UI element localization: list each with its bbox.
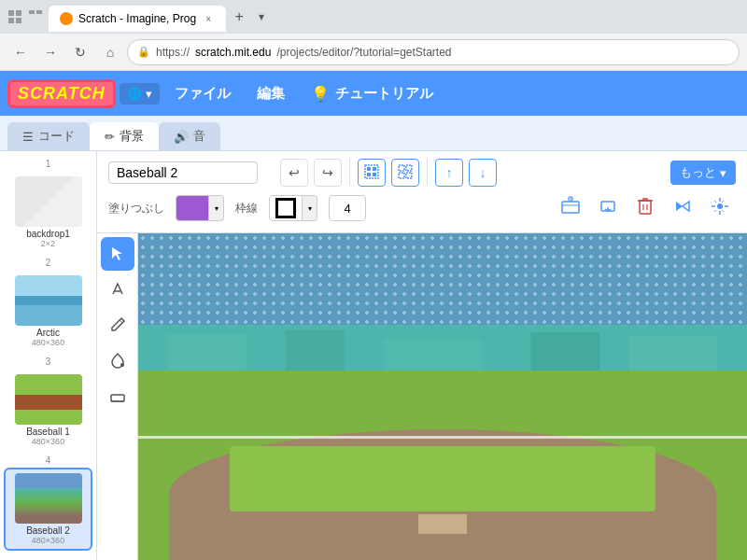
delete-button[interactable] [629, 194, 661, 222]
browser-window-icon [7, 9, 22, 24]
send-backward-button[interactable]: ↓ [469, 159, 497, 187]
backdrop-tab-label: 背景 [120, 128, 144, 145]
new-tab-button[interactable]: + [226, 4, 252, 30]
back-button[interactable]: ← [7, 39, 34, 65]
backdrop-size-3: 480×360 [9, 437, 87, 446]
file-menu-button[interactable]: ファイル [163, 79, 242, 108]
ungroup-button[interactable] [391, 159, 419, 187]
transform-tool[interactable] [101, 273, 134, 306]
eraser-tool[interactable] [101, 379, 134, 413]
center-button[interactable] [704, 194, 736, 222]
editor-tabs: ☰ コード ✏ 背景 🔊 音 [0, 116, 747, 151]
scratch-logo[interactable]: SCRATCH [7, 79, 116, 108]
bulb-icon: 💡 [311, 85, 330, 103]
stroke-width-input[interactable] [329, 195, 366, 221]
scratch-header: SCRATCH 🌐 ▾ ファイル 編集 💡 チュートリアル [0, 71, 747, 116]
svg-rect-14 [406, 173, 412, 178]
scratch-logo-text: SCRATCH [18, 84, 106, 103]
backdrop-name-input[interactable] [108, 161, 258, 184]
url-prefix: https:// [156, 46, 190, 59]
tab-backdrop[interactable]: ✏ 背景 [90, 122, 159, 150]
fill-dropdown-button[interactable]: ▾ [209, 195, 224, 221]
tab-menu-button[interactable]: ▾ [252, 7, 271, 26]
select-tool[interactable] [101, 237, 134, 271]
fill-color-swatch[interactable] [176, 195, 209, 221]
refresh-button[interactable]: ↻ [67, 39, 93, 65]
svg-point-20 [717, 203, 723, 209]
backdrop-thumb-4 [15, 473, 82, 524]
tutorial-button[interactable]: 💡 チュートリアル [300, 79, 444, 108]
svg-rect-1 [16, 10, 21, 16]
code-tab-icon: ☰ [22, 130, 34, 144]
svg-rect-2 [8, 18, 14, 23]
svg-rect-5 [36, 10, 42, 14]
svg-rect-0 [8, 10, 14, 16]
lock-icon: 🔒 [137, 46, 150, 58]
flip-horizontal-button[interactable] [667, 194, 698, 222]
backdrop-item-4[interactable]: Baseball 2 480×360 [4, 468, 92, 551]
language-button[interactable]: 🌐 ▾ [120, 83, 160, 105]
backdrop-thumb-3 [15, 374, 82, 425]
fill-label: 塗りつぶし [108, 201, 164, 217]
stroke-inner [275, 198, 296, 218]
divider2 [427, 159, 428, 185]
layer-down-button[interactable] [592, 194, 624, 222]
sound-tab-label: 音 [193, 128, 205, 145]
stroke-color-swatch[interactable] [269, 195, 303, 221]
svg-rect-22 [111, 395, 124, 401]
backdrop-number-3: 3 [4, 357, 92, 367]
svg-point-21 [120, 363, 124, 367]
backdrop-item-5[interactable] [4, 554, 92, 560]
backdrop-item-2[interactable]: Arctic 480×360 [4, 270, 92, 353]
backdrop-list: 1 backdrop1 2×2 2 Arctic 480×360 3 Baseb… [0, 151, 97, 560]
forward-button[interactable]: → [37, 39, 63, 65]
center-icon [710, 196, 730, 220]
backdrop-tab-icon: ✏ [105, 130, 115, 144]
backdrop-item-3[interactable]: Baseball 1 480×360 [4, 369, 92, 452]
svg-rect-26 [286, 329, 345, 376]
svg-rect-10 [373, 173, 376, 176]
svg-rect-8 [373, 167, 376, 171]
svg-rect-13 [399, 173, 404, 178]
backdrop-size-1: 2×2 [9, 239, 87, 248]
bring-forward-button[interactable]: ↑ [435, 159, 463, 187]
flip-h-icon [672, 196, 693, 220]
pencil-tool[interactable] [101, 308, 134, 342]
browser-tab[interactable]: Scratch - Imagine, Prog × [49, 6, 226, 32]
backdrop-label-1: backdrop1 [9, 229, 87, 239]
globe-dropdown-icon: ▾ [146, 87, 152, 101]
paint-area: ↩ ↪ [97, 151, 747, 560]
paint-name-row: ↩ ↪ [108, 159, 736, 187]
divider [349, 159, 350, 185]
scene-home-plate [418, 514, 467, 534]
tab-code[interactable]: ☰ コード [7, 122, 90, 150]
edit-menu-button[interactable]: 編集 [246, 79, 296, 108]
backdrop-item-1[interactable]: backdrop1 2×2 [4, 171, 92, 254]
group-button[interactable] [358, 159, 386, 187]
backdrop-size-4: 480×360 [9, 536, 87, 545]
stroke-label: 枠線 [235, 201, 258, 217]
layer-down-icon [598, 196, 618, 220]
svg-rect-29 [629, 336, 718, 371]
tab-sound[interactable]: 🔊 音 [159, 122, 220, 150]
backdrop-thumb-2 [15, 275, 82, 326]
more-arrow-icon: ▾ [720, 166, 726, 180]
more-button[interactable]: もっと ▾ [670, 161, 736, 185]
add-layer-button[interactable]: + [555, 194, 586, 222]
stroke-dropdown-button[interactable]: ▾ [303, 195, 317, 221]
canvas-area [138, 233, 747, 560]
backdrop-thumb-1 [15, 176, 82, 227]
svg-rect-28 [531, 332, 600, 374]
redo-icon: ↪ [322, 165, 333, 180]
down-icon: ↓ [480, 165, 486, 180]
fill-tool[interactable] [101, 343, 134, 377]
home-button[interactable]: ⌂ [97, 39, 123, 65]
browser-title-bar: Scratch - Imagine, Prog × + ▾ [0, 0, 747, 34]
redo-button[interactable]: ↪ [314, 159, 342, 187]
undo-button[interactable]: ↩ [280, 159, 308, 187]
tab-favicon [60, 12, 73, 25]
svg-rect-12 [406, 165, 412, 171]
address-bar[interactable]: 🔒 https://scratch.mit.edu/projects/edito… [127, 39, 740, 65]
tab-close-button[interactable]: × [202, 12, 215, 25]
svg-rect-11 [399, 165, 404, 171]
